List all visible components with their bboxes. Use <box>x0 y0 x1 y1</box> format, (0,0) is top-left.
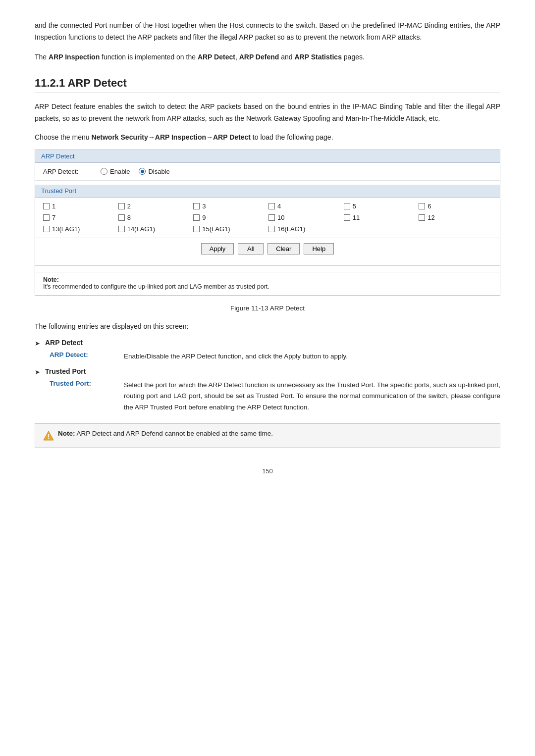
intro-mid3: and <box>279 53 294 61</box>
checkbox-item-9[interactable]: 9 <box>193 214 267 221</box>
checkbox-7[interactable] <box>43 214 50 221</box>
intro-bold2: ARP Detect <box>198 53 235 61</box>
checkbox-item-10[interactable]: 10 <box>268 214 342 221</box>
checkbox-label-1: 1 <box>52 202 55 210</box>
arp-detect-radio-group: Enable Disable <box>101 168 170 175</box>
clear-button[interactable]: Clear <box>268 243 300 254</box>
apply-button[interactable]: Apply <box>201 243 234 254</box>
radio-enable-circle[interactable] <box>101 168 107 175</box>
section-title: 11.2.1 ARP Detect <box>35 77 500 93</box>
checkbox-9[interactable] <box>193 214 200 221</box>
panel-note: Note: It's recommended to configure the … <box>35 272 500 295</box>
intro-bold4: ARP Statistics <box>294 53 341 61</box>
checkbox-item-15[interactable]: 15(LAG1) <box>193 225 267 233</box>
arp-detect-field-text: Enable/Disable the ARP Detect function, … <box>124 351 500 362</box>
arrow-icon-2: ➤ <box>35 368 40 376</box>
checkbox-label-2: 2 <box>127 202 131 210</box>
radio-enable[interactable]: Enable <box>101 168 130 175</box>
checkbox-item-14[interactable]: 14(LAG1) <box>118 225 192 233</box>
checkbox-item-13[interactable]: 13(LAG1) <box>43 225 116 233</box>
radio-disable-label: Disable <box>148 168 169 175</box>
warning-note-text: ARP Detect and ARP Defend cannot be enab… <box>77 430 273 437</box>
intro-bold3: ARP Defend <box>239 53 279 61</box>
intro-suffix: pages. <box>342 53 365 61</box>
checkbox-3[interactable] <box>193 203 200 209</box>
panel-note-title: Note: <box>43 276 59 283</box>
checkbox-12[interactable] <box>419 214 425 221</box>
checkbox-label-16: 16(LAG1) <box>277 225 305 233</box>
checkbox-label-5: 5 <box>353 202 356 210</box>
checkbox-14[interactable] <box>118 226 125 232</box>
checkbox-item-5[interactable]: 5 <box>344 202 417 210</box>
checkbox-label-4: 4 <box>277 202 281 210</box>
checkbox-item-6[interactable]: 6 <box>419 202 492 210</box>
checkbox-item-2[interactable]: 2 <box>118 202 192 210</box>
checkbox-5[interactable] <box>344 203 350 209</box>
checkbox-15[interactable] <box>193 226 200 232</box>
following-entries-label: The following entries are displayed on t… <box>35 321 500 333</box>
checkbox-label-12: 12 <box>428 214 434 221</box>
entry-arp-detect-heading: ➤ ARP Detect <box>35 339 500 347</box>
intro-para2-prefix: The <box>35 53 49 61</box>
checkbox-4[interactable] <box>268 203 275 209</box>
checkbox-label-14: 14(LAG1) <box>127 225 155 233</box>
checkbox-6[interactable] <box>419 203 425 209</box>
checkbox-item-3[interactable]: 3 <box>193 202 267 210</box>
radio-enable-label: Enable <box>110 168 130 175</box>
intro-para1: and the connected Port number of the Hos… <box>35 20 500 44</box>
trusted-port-field-label: Trusted Port: <box>50 380 114 414</box>
arp-detect-panel: ARP Detect ARP Detect: Enable Disable Tr… <box>35 150 500 296</box>
checkbox-item-4[interactable]: 4 <box>268 202 342 210</box>
trusted-port-section-label: Trusted Port <box>45 367 86 375</box>
checkbox-2[interactable] <box>118 203 125 209</box>
trusted-port-header: Trusted Port <box>35 185 500 198</box>
intro-mid1: function is implemented on the <box>100 53 198 61</box>
checkbox-item-16[interactable]: 16(LAG1) <box>268 225 342 233</box>
checkbox-label-3: 3 <box>202 202 206 210</box>
figure-caption: Figure 11-13 ARP Detect <box>35 304 500 312</box>
radio-disable[interactable]: Disable <box>139 168 169 175</box>
trusted-port-field-text: Select the port for which the ARP Detect… <box>124 380 500 414</box>
checkbox-1[interactable] <box>43 203 50 209</box>
buttons-row: Apply All Clear Help <box>35 238 500 259</box>
intro-mid2: , <box>235 53 239 61</box>
all-button[interactable]: All <box>238 243 264 254</box>
intro-bold1: ARP Inspection <box>49 53 100 61</box>
menu-suffix: to load the following page. <box>251 133 333 141</box>
checkbox-label-11: 11 <box>353 214 360 221</box>
arp-detect-label: ARP Detect: <box>43 168 93 175</box>
checkbox-item-11[interactable]: 11 <box>344 214 417 221</box>
checkbox-item-12[interactable]: 12 <box>419 214 492 221</box>
arp-detect-field-label: ARP Detect: <box>50 351 114 362</box>
warning-text-block: Note: ARP Detect and ARP Defend cannot b… <box>58 430 273 437</box>
panel-hr <box>35 265 500 266</box>
arp-detect-row: ARP Detect: Enable Disable <box>35 163 500 181</box>
help-button[interactable]: Help <box>304 243 334 254</box>
checkbox-16[interactable] <box>268 226 275 232</box>
warning-box: ! Note: ARP Detect and ARP Defend cannot… <box>35 423 500 448</box>
checkbox-item-1[interactable]: 1 <box>43 202 116 210</box>
trusted-port-field: Trusted Port: Select the port for which … <box>50 380 500 414</box>
checkbox-11[interactable] <box>344 214 350 221</box>
checkbox-label-9: 9 <box>202 214 206 221</box>
checkbox-13[interactable] <box>43 226 50 232</box>
checkbox-label-15: 15(LAG1) <box>202 225 230 233</box>
svg-text:!: ! <box>48 433 50 440</box>
checkbox-label-10: 10 <box>277 214 284 221</box>
checkbox-10[interactable] <box>268 214 275 221</box>
menu-bold: Network Security→ARP Inspection→ARP Dete… <box>91 133 251 141</box>
radio-disable-circle[interactable] <box>139 168 146 175</box>
checkbox-item-7[interactable]: 7 <box>43 214 116 221</box>
arp-detect-section-label: ARP Detect <box>45 339 83 347</box>
menu-instruction: Choose the menu Network Security→ARP Ins… <box>35 132 500 144</box>
checkbox-label-7: 7 <box>52 214 55 221</box>
checkbox-label-8: 8 <box>127 214 131 221</box>
warning-triangle-icon: ! <box>43 430 54 441</box>
entry-trusted-port-heading: ➤ Trusted Port <box>35 367 500 376</box>
section-body1: ARP Detect feature enables the switch to… <box>35 101 500 125</box>
page-number: 150 <box>35 467 500 475</box>
arrow-icon-1: ➤ <box>35 340 40 347</box>
trusted-port-grid: 12345678910111213(LAG1)14(LAG1)15(LAG1)1… <box>35 198 500 238</box>
checkbox-8[interactable] <box>118 214 125 221</box>
checkbox-item-8[interactable]: 8 <box>118 214 192 221</box>
